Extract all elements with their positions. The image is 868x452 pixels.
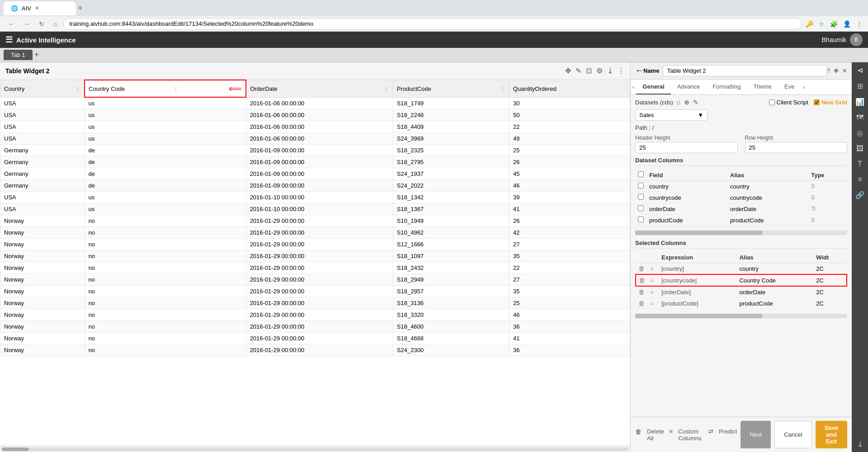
edit-icon[interactable]: ⊡ <box>586 66 592 75</box>
delete-col-icon[interactable]: 🗑 <box>638 300 645 307</box>
panel-name-input[interactable] <box>663 65 826 76</box>
custom-columns-link[interactable]: Custom Columns <box>678 428 703 442</box>
address-bar[interactable] <box>63 18 802 30</box>
tab-general[interactable]: General <box>636 80 670 94</box>
delete-all-link[interactable]: Delete All <box>647 428 664 442</box>
dataset-columns-scrollbar[interactable] <box>635 231 847 235</box>
predict-icon: ⇄ <box>708 428 713 442</box>
tab-advance[interactable]: Advance <box>671 80 707 94</box>
col-drag-productcode[interactable]: ⋮ <box>500 85 505 92</box>
selected-columns-table: Expression Alias Widt 🗑 = [country] coun… <box>635 252 847 309</box>
move-panel-icon[interactable]: ✥ <box>834 67 839 74</box>
col-drag-orderdate[interactable]: ⋮ <box>384 85 389 92</box>
arrow-indicator: ⟸ <box>229 83 242 94</box>
selected-col-row: 🗑 = [countrycode] Country Code 2C <box>636 274 847 286</box>
select-icon[interactable]: ✎ <box>576 66 581 75</box>
browser-tab[interactable]: 🌐 AIV ✕ <box>4 1 76 15</box>
settings-icon[interactable]: ⚙ <box>596 66 603 75</box>
table-row: Norwayno2016-01-29 00:00:00S18_243222 <box>0 262 630 274</box>
refresh-button[interactable]: ↻ <box>36 19 47 28</box>
new-grid-checkbox[interactable] <box>814 99 820 105</box>
table-scrollbar-horizontal[interactable] <box>0 446 630 452</box>
app-header: ☰ Active Intelligence Bhaumik B <box>0 32 868 48</box>
delete-col-icon[interactable]: 🗑 <box>638 265 645 272</box>
table-row: Norwayno2016-01-29 00:00:00S18_460036 <box>0 321 630 333</box>
sidebar-table-icon[interactable]: ⊞ <box>857 82 863 90</box>
table-row: Norwayno2016-01-29 00:00:00S24_230036 <box>0 344 630 356</box>
back-button[interactable]: ← <box>5 19 17 28</box>
close-panel-icon[interactable]: ✕ <box>842 67 847 74</box>
col-checkbox[interactable] <box>638 217 644 222</box>
help-icon[interactable]: ? <box>827 67 830 74</box>
panel-tab-next[interactable]: › <box>801 80 806 94</box>
sidebar-image-icon[interactable]: 🖼 <box>856 145 863 153</box>
col-drag-countrycode[interactable]: ⋮ <box>173 85 179 92</box>
menu-icon[interactable]: ⋮ <box>856 20 863 28</box>
add-tab-button[interactable]: + <box>34 50 39 60</box>
col-drag-country[interactable]: ⋮ <box>75 85 80 92</box>
download-icon[interactable]: ⤓ <box>607 66 613 75</box>
client-script-checkbox[interactable] <box>769 99 775 105</box>
select-all-checkbox[interactable] <box>638 171 644 177</box>
table-row: USAus2016-01-06 00:00:00S24_396949 <box>0 133 630 145</box>
panel-tabs: ‹ General Advance Formatting Theme Eve › <box>631 80 852 95</box>
selected-columns-scrollbar[interactable] <box>635 314 847 318</box>
tab-formatting[interactable]: Formatting <box>706 80 747 94</box>
hamburger-icon[interactable]: ☰ <box>5 35 13 45</box>
delete-col-icon[interactable]: 🗑 <box>638 288 645 296</box>
sidebar-gauge-icon[interactable]: ◎ <box>857 129 863 137</box>
profile-icon[interactable]: 👤 <box>843 20 851 28</box>
panel-back-icon[interactable]: ← <box>635 66 643 75</box>
col-header-productcode[interactable]: ProductCode ⋮ <box>393 80 509 97</box>
datasets-select[interactable]: Sales ▼ <box>635 109 708 121</box>
tab-icon: 🌐 <box>11 5 18 12</box>
panel-tab-prev[interactable]: ‹ <box>631 80 636 94</box>
sidebar-link-icon[interactable]: 🔗 <box>855 191 864 199</box>
move-icon[interactable]: ✥ <box>565 66 571 75</box>
row-height-label: Row Height <box>745 135 848 141</box>
home-button[interactable]: ⌂ <box>51 19 60 28</box>
table-row: Norwayno2016-01-29 00:00:00S10_194926 <box>0 215 630 227</box>
new-tab-button[interactable]: + <box>78 4 83 13</box>
sidebar-text-icon[interactable]: T <box>858 160 862 168</box>
predict-link[interactable]: Predict <box>719 428 737 442</box>
tab-row: Tab 1 + <box>0 48 868 62</box>
col-checkbox[interactable] <box>638 183 644 188</box>
header-height-input[interactable] <box>635 142 738 153</box>
sidebar-filter-icon[interactable]: ≡ <box>858 175 862 184</box>
col-checkbox[interactable] <box>638 205 644 211</box>
new-grid-label: New Grid <box>814 99 847 106</box>
page-tab-1[interactable]: Tab 1 <box>4 50 33 60</box>
sidebar-map-icon[interactable]: 🗺 <box>856 113 863 122</box>
extension-icon[interactable]: 🧩 <box>830 20 838 28</box>
delete-col-icon[interactable]: 🗑 <box>639 277 645 284</box>
save-exit-button[interactable]: Save and Exit <box>816 421 847 448</box>
tab-close-icon[interactable]: ✕ <box>35 5 39 11</box>
footer-left: 🗑 Delete All ≡ Custom Columns ⇄ Predict <box>635 428 737 442</box>
sidebar-chart-icon[interactable]: 📊 <box>855 98 864 106</box>
col-checkbox[interactable] <box>638 194 644 200</box>
dataset-columns-table: Field Alias Type country country S count… <box>635 170 847 226</box>
home-ds-icon[interactable]: ⌂ <box>677 99 680 106</box>
col-header-country[interactable]: Country ⋮ <box>0 80 85 97</box>
dataset-col-row: productCode productCode S <box>635 215 847 226</box>
bookmark-icon[interactable]: ☆ <box>819 20 825 28</box>
col-header-orderdate[interactable]: OrderDate ⋮ <box>246 80 393 97</box>
next-button[interactable]: Next <box>741 421 771 448</box>
row-height-input[interactable] <box>745 142 848 153</box>
cancel-button[interactable]: Cancel <box>774 421 811 448</box>
col-header-countrycode[interactable]: Country Code ⋮ ⟸ <box>85 80 246 97</box>
tab-theme[interactable]: Theme <box>747 80 778 94</box>
eq-icon: = <box>651 278 654 284</box>
more-icon[interactable]: ⋮ <box>618 66 625 75</box>
col-header-quantityordered[interactable]: QuantityOrdered <box>509 80 630 97</box>
table-row: Germanyde2016-01-09 00:00:00S18_232525 <box>0 145 630 156</box>
dataset-col-row: countrycode countrycode S <box>635 192 847 203</box>
edit-ds-icon[interactable]: ✎ <box>693 99 698 106</box>
tab-eve[interactable]: Eve <box>778 80 801 94</box>
table-toolbar: Table Widget 2 ✥ ✎ ⊡ ⚙ ⤓ ⋮ <box>0 62 630 80</box>
sidebar-expand-icon[interactable]: ⊲ <box>857 66 863 75</box>
sidebar-download-bottom-icon[interactable]: ⤓ <box>857 440 863 448</box>
forward-button[interactable]: → <box>21 19 33 28</box>
add-ds-icon[interactable]: ⊕ <box>684 99 689 106</box>
